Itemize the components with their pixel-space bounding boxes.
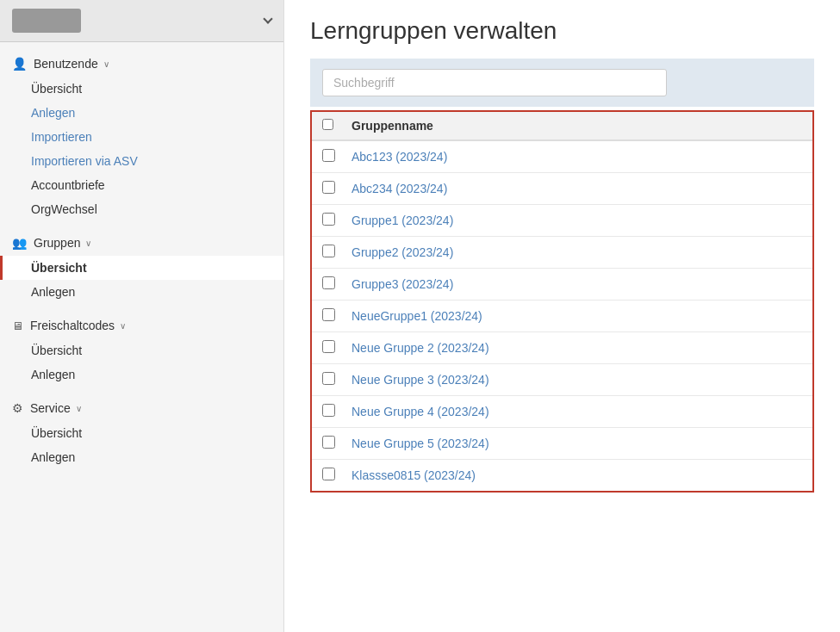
group-name-link[interactable]: Neue Gruppe 3 (2023/24) — [352, 373, 489, 387]
row-checkbox[interactable] — [322, 149, 335, 162]
sidebar-section-freischaltcodes: Freischaltcodes ∨ Übersicht Anlegen — [0, 309, 283, 387]
table-row: NeueGruppe1 (2023/24) — [312, 301, 812, 332]
sidebar-item-benutzende-anlegen[interactable]: Anlegen — [0, 101, 283, 125]
service-chevron-icon: ∨ — [76, 404, 82, 413]
row-checkbox-cell — [322, 468, 343, 483]
page-title: Lerngruppen verwalten — [310, 17, 814, 45]
person-icon — [12, 56, 27, 71]
row-checkbox[interactable] — [322, 245, 335, 257]
sidebar-section-gruppen: Gruppen ∨ Übersicht Anlegen — [0, 226, 283, 304]
table-row: Abc234 (2023/24) — [312, 173, 812, 205]
sidebar-section-freischaltcodes-header[interactable]: Freischaltcodes ∨ — [0, 309, 283, 338]
sidebar-item-gruppen-uebersicht[interactable]: Übersicht — [0, 256, 283, 280]
sidebar-item-freischalt-anlegen[interactable]: Anlegen — [0, 362, 283, 387]
row-checkbox[interactable] — [322, 404, 335, 417]
header-checkbox-cell — [322, 119, 343, 133]
group-name-link[interactable]: Gruppe2 (2023/24) — [352, 245, 453, 259]
search-area — [310, 59, 814, 107]
sidebar-section-freischaltcodes-label: Freischaltcodes — [30, 319, 115, 332]
monitor-icon — [12, 318, 23, 333]
row-checkbox[interactable] — [322, 468, 335, 480]
group-name-link[interactable]: NeueGruppe1 (2023/24) — [352, 309, 482, 323]
group-name-link[interactable]: Klassse0815 (2023/24) — [352, 468, 476, 482]
row-checkbox-cell — [322, 372, 343, 387]
sidebar-item-gruppen-anlegen[interactable]: Anlegen — [0, 280, 283, 304]
sidebar-item-benutzende-accountbriefe[interactable]: Accountbriefe — [0, 173, 283, 197]
table-header-row: Gruppenname — [312, 112, 812, 141]
row-checkbox-cell — [322, 276, 343, 292]
group-name-link[interactable]: Abc234 (2023/24) — [352, 182, 447, 195]
sidebar-section-service: Service ∨ Übersicht Anlegen — [0, 392, 283, 469]
sidebar-item-benutzende-uebersicht[interactable]: Übersicht — [0, 77, 283, 101]
column-header-gruppenname: Gruppenname — [352, 119, 433, 133]
row-checkbox-cell — [322, 245, 343, 260]
group-name-link[interactable]: Neue Gruppe 5 (2023/24) — [352, 437, 489, 450]
sidebar-item-freischalt-uebersicht[interactable]: Übersicht — [0, 338, 283, 362]
select-all-checkbox[interactable] — [322, 119, 333, 130]
table-row: Neue Gruppe 3 (2023/24) — [312, 364, 812, 396]
table-row: Klassse0815 (2023/24) — [312, 460, 812, 491]
group-icon — [12, 235, 27, 251]
table-row: Neue Gruppe 4 (2023/24) — [312, 396, 812, 428]
group-name-link[interactable]: Neue Gruppe 2 (2023/24) — [352, 341, 489, 355]
group-name-link[interactable]: Gruppe3 (2023/24) — [352, 277, 453, 291]
group-name-link[interactable]: Gruppe1 (2023/24) — [352, 214, 453, 227]
sidebar-section-benutzende: Benutzende ∨ Übersicht Anlegen Importier… — [0, 47, 283, 221]
row-checkbox[interactable] — [322, 276, 335, 289]
sidebar-section-gruppen-label: Gruppen — [34, 236, 80, 250]
row-checkbox[interactable] — [322, 340, 335, 353]
benutzende-chevron-icon: ∨ — [103, 59, 109, 69]
row-checkbox-cell — [322, 404, 343, 419]
table-row: Gruppe1 (2023/24) — [312, 205, 812, 237]
row-checkbox[interactable] — [322, 213, 335, 226]
row-checkbox[interactable] — [322, 436, 335, 449]
table-row: Neue Gruppe 2 (2023/24) — [312, 332, 812, 364]
row-checkbox[interactable] — [322, 372, 335, 385]
row-checkbox[interactable] — [322, 181, 335, 194]
sidebar-item-service-anlegen[interactable]: Anlegen — [0, 445, 283, 469]
main-content: Lerngruppen verwalten Gruppenname Abc123… — [284, 0, 840, 632]
table-row: Neue Gruppe 5 (2023/24) — [312, 428, 812, 460]
gruppen-chevron-icon: ∨ — [85, 239, 91, 248]
row-checkbox-cell — [322, 436, 343, 451]
freischaltcodes-chevron-icon: ∨ — [120, 321, 126, 331]
sidebar-item-benutzende-orgwechsel[interactable]: OrgWechsel — [0, 197, 283, 221]
sidebar-header[interactable] — [0, 0, 283, 42]
sidebar-section-service-label: Service — [30, 401, 71, 415]
row-checkbox-cell — [322, 181, 343, 196]
row-checkbox[interactable] — [322, 308, 335, 321]
gear-icon — [12, 400, 23, 416]
sidebar-section-benutzende-header[interactable]: Benutzende ∨ — [0, 47, 283, 77]
sidebar-section-service-header[interactable]: Service ∨ — [0, 392, 283, 421]
sidebar-item-benutzende-importieren-asv[interactable]: Importieren via ASV — [0, 149, 283, 173]
search-input[interactable] — [322, 69, 667, 96]
row-checkbox-cell — [322, 308, 343, 324]
table-row: Gruppe3 (2023/24) — [312, 269, 812, 301]
row-checkbox-cell — [322, 340, 343, 356]
group-name-link[interactable]: Abc123 (2023/24) — [352, 150, 447, 164]
sidebar-logo — [12, 9, 81, 33]
row-checkbox-cell — [322, 149, 343, 164]
sidebar-header-chevron-icon — [263, 14, 272, 23]
sidebar-item-service-uebersicht[interactable]: Übersicht — [0, 421, 283, 445]
groups-table: Gruppenname Abc123 (2023/24) Abc234 (202… — [310, 110, 814, 493]
table-row: Abc123 (2023/24) — [312, 141, 812, 173]
sidebar-section-benutzende-label: Benutzende — [34, 57, 98, 71]
sidebar: Benutzende ∨ Übersicht Anlegen Importier… — [0, 0, 284, 632]
row-checkbox-cell — [322, 213, 343, 228]
group-name-link[interactable]: Neue Gruppe 4 (2023/24) — [352, 405, 489, 418]
table-row: Gruppe2 (2023/24) — [312, 237, 812, 269]
sidebar-item-benutzende-importieren[interactable]: Importieren — [0, 125, 283, 149]
sidebar-section-gruppen-header[interactable]: Gruppen ∨ — [0, 226, 283, 256]
